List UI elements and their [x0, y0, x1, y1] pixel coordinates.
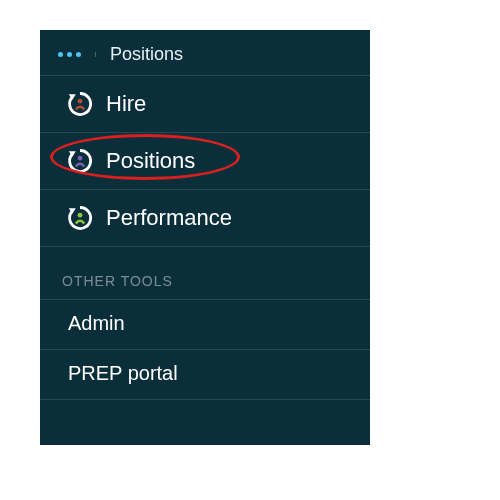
tool-item-prep-portal[interactable]: PREP portal [40, 350, 370, 400]
svg-point-4 [78, 213, 83, 218]
svg-point-2 [78, 156, 83, 161]
nav-item-positions[interactable]: Positions [40, 133, 370, 190]
nav-item-performance[interactable]: Performance [40, 190, 370, 247]
cycle-person-icon [66, 204, 94, 232]
tool-label: PREP portal [68, 362, 178, 384]
breadcrumb: Positions [110, 44, 183, 65]
icon-dot [78, 99, 83, 104]
tool-label: Admin [68, 312, 125, 334]
nav-item-hire[interactable]: Hire [40, 76, 370, 133]
cycle-person-icon [66, 90, 94, 118]
nav-label: Positions [106, 148, 195, 174]
tool-item-admin[interactable]: Admin [40, 299, 370, 350]
nav-label: Performance [106, 205, 232, 231]
sidebar-header: Positions [40, 30, 370, 76]
nav-label: Hire [106, 91, 146, 117]
more-icon[interactable] [58, 52, 96, 57]
sidebar: Positions Hire Positions [40, 30, 370, 445]
section-header-other-tools: OTHER TOOLS [40, 247, 370, 299]
cycle-person-icon [66, 147, 94, 175]
